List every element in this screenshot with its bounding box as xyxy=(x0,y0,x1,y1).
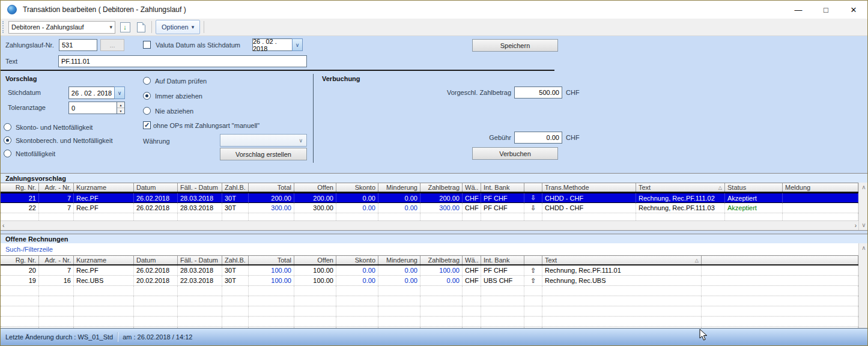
maximize-button[interactable]: □ xyxy=(812,1,840,19)
column-header[interactable]: Zahlbetrag xyxy=(420,183,463,192)
scroll-up-icon[interactable]: ∧ xyxy=(859,245,868,251)
spinner-buttons[interactable]: ▲ ▼ xyxy=(117,102,125,114)
table-cell xyxy=(294,286,336,296)
browse-button[interactable]: ... xyxy=(100,39,124,51)
table-cell: CHF xyxy=(463,266,481,275)
column-header[interactable]: Zahl.B.. xyxy=(222,183,249,192)
spin-down-icon[interactable]: ▼ xyxy=(117,108,124,114)
column-header[interactable]: Fäll. - Datum xyxy=(178,256,222,264)
zahlungslauf-nr-field[interactable]: 531 xyxy=(59,39,97,51)
options-button[interactable]: Optionen ▾ xyxy=(156,20,200,34)
table-row[interactable]: 217Rec.PF26.02.201828.03.201830T200.0020… xyxy=(1,193,858,203)
radio-button-icon[interactable] xyxy=(143,107,151,115)
import-button[interactable]: ↓ xyxy=(118,20,132,34)
radio-button-icon[interactable] xyxy=(4,136,11,144)
form-divider xyxy=(1,70,554,71)
column-header[interactable]: Rg. Nr. xyxy=(1,183,39,192)
zahlbetrag-currency: CHF xyxy=(566,89,580,96)
vertical-scrollbar[interactable]: ∧ ∨ xyxy=(858,183,868,230)
column-header[interactable]: Datum xyxy=(134,183,178,192)
radio-label: Nettofälligkeit xyxy=(16,150,55,157)
table-row[interactable]: 227Rec.PF26.02.201828.03.201830T300.0030… xyxy=(1,203,858,213)
stichdatum-field[interactable]: 26 . 02 . 2018 ∨ xyxy=(68,86,125,99)
save-button[interactable]: Speichern xyxy=(472,39,558,52)
table-cell: UBS CHF xyxy=(481,276,524,285)
column-header[interactable]: Total xyxy=(249,256,294,264)
scroll-right-icon[interactable]: › xyxy=(855,223,857,229)
search-filter-row[interactable]: Such-/Filterzeile xyxy=(1,243,858,255)
text-field[interactable]: PF.111.01 xyxy=(58,55,307,67)
column-header[interactable]: Minderung xyxy=(378,183,420,192)
radio-option-skonto-und-nettofaelligkeit[interactable]: Skonto- und Nettofälligkeit xyxy=(4,123,112,131)
table-cell xyxy=(178,213,222,220)
gebuehr-field[interactable]: 0.00 xyxy=(514,132,562,144)
minimize-button[interactable]: — xyxy=(785,1,812,19)
search-filter-link[interactable]: Such-/Filterzeile xyxy=(5,246,53,253)
column-header[interactable]: Adr. - Nr. xyxy=(39,183,74,192)
radio-button-icon[interactable] xyxy=(4,150,11,157)
column-header[interactable]: Text△ xyxy=(636,183,725,192)
radio-option-auf-datum-pruefen[interactable]: Auf Datum prüfen xyxy=(143,77,207,85)
horizontal-scrollbar[interactable]: ‹ › xyxy=(1,220,858,230)
column-header[interactable]: Skonto xyxy=(336,183,378,192)
table-row[interactable]: 207Rec.PF26.02.201828.03.201830T100.0010… xyxy=(1,266,858,276)
column-header[interactable]: Minderung xyxy=(378,256,420,264)
waehrung-select[interactable]: ∨ xyxy=(220,134,307,147)
table-row[interactable]: 1916Rec.UBS20.02.201822.03.201830T100.00… xyxy=(1,276,858,286)
column-header[interactable]: Rg. Nr. xyxy=(1,256,39,264)
column-header[interactable]: Datum xyxy=(134,256,178,264)
column-header[interactable]: Fäll. - Datum xyxy=(178,183,222,192)
table-cell xyxy=(378,296,420,306)
column-header[interactable]: Wä... xyxy=(463,183,481,192)
toleranztage-stepper[interactable]: 0 ▲ ▼ xyxy=(68,102,125,114)
column-header[interactable]: Wä... xyxy=(463,256,481,264)
column-header[interactable]: Int. Bank xyxy=(481,183,524,192)
radio-button-icon[interactable] xyxy=(4,123,11,131)
column-header[interactable] xyxy=(524,183,542,192)
column-header[interactable]: Meldung xyxy=(783,183,858,192)
spin-up-icon[interactable]: ▲ xyxy=(117,102,124,108)
column-header[interactable]: Total xyxy=(249,183,294,192)
scroll-up-icon[interactable]: ∧ xyxy=(859,184,868,190)
radio-button-icon[interactable] xyxy=(143,92,151,100)
column-header[interactable]: Status xyxy=(725,183,783,192)
toolbar-separator xyxy=(204,21,204,33)
valuta-checkbox[interactable] xyxy=(143,41,151,49)
table-cell: PF CHF xyxy=(481,193,524,202)
vertical-scrollbar[interactable]: ∧ xyxy=(858,243,868,329)
new-document-button[interactable] xyxy=(135,20,148,34)
scroll-left-icon[interactable]: ‹ xyxy=(2,223,4,229)
radio-option-nettofaelligkeit[interactable]: Nettofälligkeit xyxy=(4,150,112,157)
date-dropdown-icon[interactable]: ∨ xyxy=(114,86,125,99)
radio-button-icon[interactable] xyxy=(143,77,151,85)
verbuchen-button[interactable]: Verbuchen xyxy=(472,147,558,160)
radio-option-immer-abziehen[interactable]: Immer abziehen xyxy=(143,92,207,100)
column-header[interactable]: Trans.Methode xyxy=(542,183,636,192)
gebuehr-label: Gebühr xyxy=(418,134,511,141)
transaction-type-combo[interactable]: Debitoren - Zahlungslauf ▾ xyxy=(8,21,115,34)
column-header[interactable]: Skonto xyxy=(336,256,378,264)
table-cell: CHDD - CHF xyxy=(542,203,636,213)
ohne-ops-checkbox[interactable]: ✓ xyxy=(143,121,151,129)
column-header[interactable]: Kurzname xyxy=(74,256,134,264)
column-header[interactable]: Offen xyxy=(294,256,336,264)
valuta-date-field[interactable]: 26 . 02 . 2018 ∨ xyxy=(252,38,303,51)
column-header[interactable]: Int. Bank xyxy=(481,256,524,264)
toolbar-grip-icon[interactable] xyxy=(2,21,6,33)
date-dropdown-icon[interactable]: ∨ xyxy=(292,38,303,51)
column-header[interactable]: Text△ xyxy=(542,256,702,264)
column-header[interactable]: Kurzname xyxy=(74,183,134,192)
radio-option-nie-abziehen[interactable]: Nie abziehen xyxy=(143,107,207,115)
column-header[interactable]: Zahl.B.. xyxy=(222,256,249,264)
zahlbetrag-field[interactable]: 500.00 xyxy=(514,86,562,99)
column-header[interactable]: Zahlbetrag xyxy=(420,256,463,264)
column-header[interactable]: Offen xyxy=(294,183,336,192)
vorschlag-erstellen-button[interactable]: Vorschlag erstellen xyxy=(220,148,307,160)
table-cell xyxy=(420,317,463,326)
column-header[interactable] xyxy=(702,256,858,264)
radio-option-skontoberech-und-nettofaelligkeit[interactable]: Skontoberech. und Nettofälligkeit xyxy=(4,136,112,144)
column-header[interactable] xyxy=(524,256,542,264)
close-button[interactable]: ✕ xyxy=(840,1,867,19)
scroll-down-icon[interactable]: ∨ xyxy=(859,222,868,228)
column-header[interactable]: Adr. - Nr. xyxy=(39,256,74,264)
